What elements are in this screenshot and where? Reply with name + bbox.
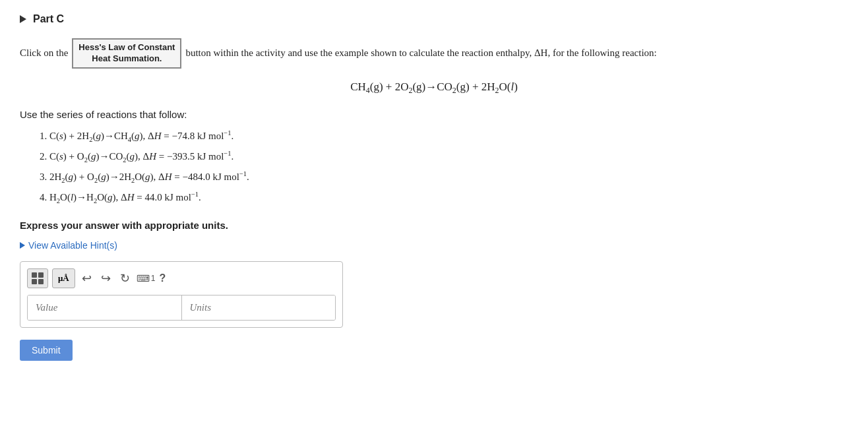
- toolbar: μÅ ↩ ↪ ↻ ⌨ 1 ?: [27, 268, 336, 288]
- keyboard-icon: ⌨: [137, 273, 150, 284]
- series-intro: Use the series of reactions that follow:: [20, 109, 848, 120]
- undo-button[interactable]: ↩: [79, 268, 94, 288]
- reactions-list: 1. C(s) + 2H2(g)→CH4(g), ΔH = −74.8 kJ m…: [40, 128, 848, 206]
- reaction-3: 3. 2H2(g) + O2(g)→2H2O(g), ΔH = −484.0 k…: [40, 169, 848, 187]
- hint-triangle-icon: [20, 242, 25, 249]
- hess-law-button[interactable]: Hess's Law of Constant Heat Summation.: [72, 38, 181, 69]
- submit-button[interactable]: Submit: [20, 340, 73, 361]
- answer-box: μÅ ↩ ↪ ↻ ⌨ 1 ?: [20, 261, 343, 328]
- part-label: Part C: [33, 13, 64, 25]
- instruction-line: Click on the Hess's Law of Constant Heat…: [20, 38, 848, 69]
- reaction-2: 2. C(s) + O2(g)→CO2(g), ΔH = −393.5 kJ m…: [40, 148, 848, 166]
- mu-button[interactable]: μÅ: [52, 268, 75, 288]
- collapse-triangle-icon[interactable]: [20, 15, 26, 23]
- main-equation: CH4(g) + 2O2(g)→CO2(g) + 2H2O(l): [20, 80, 848, 96]
- redo-button[interactable]: ↪: [98, 268, 113, 288]
- matrix-button[interactable]: [27, 268, 48, 288]
- hint-link[interactable]: View Available Hint(s): [20, 240, 848, 251]
- keyboard-button[interactable]: ⌨ 1: [137, 268, 156, 288]
- reaction-4: 4. H2O(l)→H2O(g), ΔH = 44.0 kJ mol−1.: [40, 189, 848, 207]
- input-row: [27, 295, 336, 321]
- units-input[interactable]: [181, 295, 336, 320]
- matrix-icon: [32, 272, 44, 284]
- value-input[interactable]: [28, 295, 181, 320]
- click-on-text: Click on the: [20, 47, 68, 59]
- hint-label-text: View Available Hint(s): [28, 240, 117, 251]
- instruction-rest: button within the activity and use the e…: [185, 47, 656, 59]
- reaction-1: 1. C(s) + 2H2(g)→CH4(g), ΔH = −74.8 kJ m…: [40, 128, 848, 146]
- help-button[interactable]: ?: [159, 268, 166, 288]
- part-header: Part C: [20, 13, 848, 25]
- express-answer-text: Express your answer with appropriate uni…: [20, 220, 848, 231]
- refresh-button[interactable]: ↻: [117, 268, 133, 288]
- keyboard-label: 1: [151, 274, 156, 283]
